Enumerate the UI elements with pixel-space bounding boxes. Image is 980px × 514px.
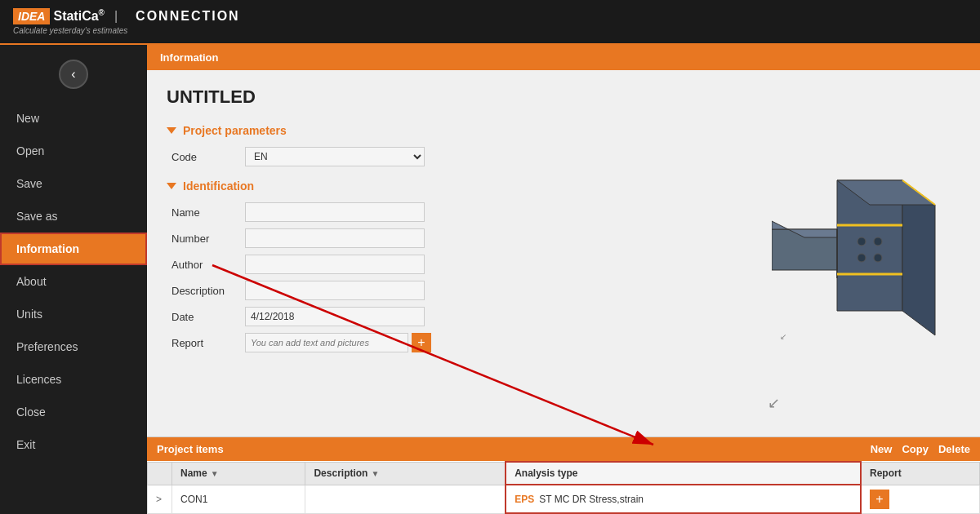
description-label: Description <box>167 277 240 304</box>
report-label: Report <box>167 330 240 356</box>
sidebar: ‹ New Open Save Save as Information Abou… <box>0 45 147 514</box>
desc-filter-icon[interactable]: ▼ <box>371 469 379 478</box>
project-items-actions: New Copy Delete <box>871 443 970 455</box>
svg-point-10 <box>858 237 866 246</box>
name-col-header: Name ▼ <box>172 462 305 485</box>
number-label: Number <box>167 225 240 251</box>
description-input[interactable] <box>245 281 425 300</box>
table-row: > CON1 EPS ST MC DR Stress,strain <box>148 485 980 513</box>
identification-collapse-icon <box>167 183 176 189</box>
code-select[interactable]: EN <box>245 147 425 166</box>
project-items-section: Project items New Copy Delete Name <box>147 436 980 514</box>
project-items-title: Project items <box>157 443 224 455</box>
sidebar-item-exit[interactable]: Exit <box>0 428 147 461</box>
logo-area: IDEA StatiCa® | CONNECTION Calculate yes… <box>13 8 240 35</box>
content-area: Information UNTITLED Project parameters <box>147 45 980 514</box>
info-left: UNTITLED Project parameters Code <box>147 70 751 436</box>
main-layout: ‹ New Open Save Save as Information Abou… <box>0 45 980 514</box>
collapse-triangle-icon <box>167 127 176 134</box>
delete-item-button[interactable]: Delete <box>938 443 970 455</box>
description-col-header: Description ▼ <box>305 462 506 485</box>
logo-brand: IDEA StatiCa® | CONNECTION <box>13 8 240 24</box>
3d-model: ↙ <box>772 164 960 343</box>
copy-item-button[interactable]: Copy <box>902 443 929 455</box>
identification-section: Identification Name Number <box>167 179 732 356</box>
logo-connection: CONNECTION <box>136 9 240 24</box>
report-add-button[interactable]: + <box>412 333 431 352</box>
identification-label: Identification <box>183 179 254 193</box>
back-button[interactable]: ‹ <box>59 60 88 89</box>
sidebar-item-save[interactable]: Save <box>0 167 147 200</box>
description-cell <box>305 485 506 513</box>
report-col-header: Report <box>861 462 980 485</box>
top-header: IDEA StatiCa® | CONNECTION Calculate yes… <box>0 0 980 45</box>
identification-header[interactable]: Identification <box>167 179 732 193</box>
analysis-type-col-header: Analysis type <box>506 462 861 485</box>
logo-idea: IDEA <box>13 8 50 24</box>
name-input[interactable] <box>245 202 425 222</box>
sidebar-item-units[interactable]: Units <box>0 298 147 330</box>
project-parameters-label: Project parameters <box>183 124 287 137</box>
svg-point-12 <box>858 254 866 262</box>
author-label: Author <box>167 251 240 277</box>
info-content: UNTITLED Project parameters Code <box>147 70 980 514</box>
name-filter-icon[interactable]: ▼ <box>211 469 219 478</box>
analysis-types: EPS ST MC DR Stress,strain <box>514 494 852 505</box>
sidebar-item-save-as[interactable]: Save as <box>0 200 147 233</box>
expand-col-header <box>148 462 172 485</box>
report-input[interactable] <box>245 333 408 352</box>
project-items-header: Project items New Copy Delete <box>147 437 980 461</box>
analysis-type-cell: EPS ST MC DR Stress,strain <box>506 485 861 513</box>
name-label: Name <box>167 199 240 225</box>
project-parameters-table: Code EN <box>167 144 732 170</box>
sidebar-item-close[interactable]: Close <box>0 396 147 428</box>
svg-point-11 <box>874 237 882 246</box>
report-container: + <box>245 333 727 352</box>
date-label: Date <box>167 304 240 330</box>
info-right: ↙ ↙ <box>751 70 980 436</box>
sidebar-item-new[interactable]: New <box>0 102 147 135</box>
sidebar-item-preferences[interactable]: Preferences <box>0 330 147 363</box>
code-label: Code <box>167 144 240 170</box>
expand-cell[interactable]: > <box>148 485 172 513</box>
items-table: Name ▼ Description ▼ <box>147 461 980 514</box>
sidebar-item-information[interactable]: Information <box>0 233 147 265</box>
analysis-other-label: ST MC DR Stress,strain <box>539 494 644 505</box>
axis-indicator: ↙ <box>768 394 780 412</box>
name-cell: CON1 <box>172 485 305 513</box>
logo-tagline: Calculate yesterday's estimates <box>13 26 240 35</box>
number-input[interactable] <box>245 228 425 248</box>
eps-label[interactable]: EPS <box>514 494 534 505</box>
report-cell: + <box>861 485 980 513</box>
logo-statica: StatiCa® <box>53 8 105 24</box>
identification-table: Name Number Author <box>167 199 732 356</box>
project-title: UNTITLED <box>167 86 732 108</box>
svg-text:↙: ↙ <box>780 332 786 341</box>
new-item-button[interactable]: New <box>871 443 893 455</box>
project-parameters-header[interactable]: Project parameters <box>167 124 732 137</box>
sidebar-item-licences[interactable]: Licences <box>0 363 147 396</box>
project-parameters-section: Project parameters Code EN <box>167 124 732 170</box>
sidebar-item-about[interactable]: About <box>0 265 147 298</box>
info-top: UNTITLED Project parameters Code <box>147 70 980 436</box>
row-expand-icon: > <box>156 494 162 505</box>
author-input[interactable] <box>245 255 425 274</box>
row-report-add-button[interactable]: + <box>870 490 889 509</box>
date-input[interactable] <box>245 307 425 326</box>
sidebar-item-open[interactable]: Open <box>0 135 147 167</box>
svg-point-13 <box>874 254 882 262</box>
section-header: Information <box>147 45 980 70</box>
